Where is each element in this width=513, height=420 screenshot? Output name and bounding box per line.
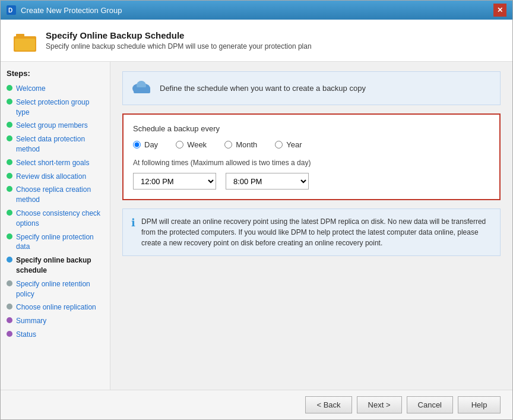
- header: Specify Online Backup Schedule Specify o…: [1, 20, 512, 62]
- dot-data-protection: [7, 135, 12, 141]
- radio-group: Day Week Month Year: [133, 140, 490, 149]
- dot-retention-policy: [7, 280, 12, 286]
- sidebar-title: Steps:: [7, 69, 104, 78]
- time-selects: 12:00 AM1:00 AM2:00 AM 3:00 AM4:00 AM5:0…: [133, 173, 490, 190]
- dot-short-term: [7, 159, 12, 165]
- times-label: At following times (Maximum allowed is t…: [133, 159, 490, 167]
- svg-rect-4: [15, 39, 35, 50]
- main-layout: Steps: Welcome Select protection group t…: [1, 62, 512, 390]
- dot-online-backup: [7, 257, 12, 263]
- sidebar-item-consistency-check[interactable]: Choose consistency check options: [7, 209, 104, 229]
- info-box: ℹ DPM will create an online recovery poi…: [122, 209, 501, 256]
- dot-online-replication: [7, 304, 12, 310]
- page-title: Specify Online Backup Schedule: [46, 30, 312, 40]
- radio-year[interactable]: [275, 141, 283, 149]
- next-button[interactable]: Next >: [357, 396, 402, 413]
- time1-select[interactable]: 12:00 AM1:00 AM2:00 AM 3:00 AM4:00 AM5:0…: [133, 173, 216, 190]
- dot-consistency: [7, 210, 12, 216]
- dot-welcome: [7, 85, 12, 91]
- content-area: Define the schedule when you want to cre…: [110, 62, 512, 390]
- time2-select[interactable]: 12:00 AM1:00 AM2:00 AM 3:00 AM4:00 AM5:0…: [226, 173, 309, 190]
- radio-option-day[interactable]: Day: [133, 140, 158, 149]
- dot-online-protection: [7, 233, 12, 239]
- main-window: D Create New Protection Group ✕ Specify …: [0, 0, 513, 420]
- sidebar-item-status[interactable]: Status: [7, 330, 104, 340]
- radio-month-label[interactable]: Month: [236, 140, 257, 149]
- sidebar-item-short-term-goals[interactable]: Select short-term goals: [7, 158, 104, 168]
- title-bar: D Create New Protection Group ✕: [1, 1, 512, 20]
- close-button[interactable]: ✕: [493, 4, 506, 17]
- page-subtitle: Specify online backup schedule which DPM…: [46, 42, 312, 50]
- banner-text: Define the schedule when you want to cre…: [160, 84, 366, 93]
- sidebar-item-data-protection[interactable]: Select data protection method: [7, 134, 104, 154]
- radio-day-label[interactable]: Day: [144, 140, 158, 149]
- sidebar-item-group-members[interactable]: Select group members: [7, 121, 104, 131]
- back-button[interactable]: < Back: [305, 396, 352, 413]
- radio-option-year[interactable]: Year: [275, 140, 302, 149]
- sidebar-item-online-retention-policy[interactable]: Specify online retention policy: [7, 279, 104, 299]
- svg-text:D: D: [8, 7, 12, 14]
- svg-rect-8: [134, 87, 150, 93]
- footer: < Back Next > Cancel Help: [1, 390, 512, 419]
- radio-day[interactable]: [133, 141, 141, 149]
- dot-status: [7, 331, 12, 337]
- radio-option-month[interactable]: Month: [224, 140, 257, 149]
- cloud-icon: [131, 78, 153, 99]
- radio-year-label[interactable]: Year: [286, 140, 302, 149]
- sidebar-item-online-protection-data[interactable]: Specify online protection data: [7, 232, 104, 252]
- schedule-box: Schedule a backup every Day Week Month: [122, 113, 501, 200]
- sidebar-item-protection-group-type[interactable]: Select protection group type: [7, 97, 104, 118]
- dot-replica: [7, 186, 12, 192]
- sidebar-item-online-replication[interactable]: Choose online replication: [7, 302, 104, 312]
- info-text: DPM will create an online recovery point…: [141, 216, 492, 248]
- dot-group-members: [7, 122, 12, 128]
- radio-week-label[interactable]: Week: [187, 140, 207, 149]
- radio-week[interactable]: [176, 141, 183, 149]
- window-title: Create New Protection Group: [21, 6, 122, 15]
- schedule-heading: Schedule a backup every: [133, 124, 490, 133]
- dot-summary: [7, 317, 12, 323]
- svg-rect-3: [16, 34, 24, 39]
- info-icon: ℹ: [131, 216, 135, 229]
- radio-option-week[interactable]: Week: [176, 140, 207, 149]
- header-icon: [12, 28, 37, 53]
- sidebar: Steps: Welcome Select protection group t…: [1, 62, 110, 390]
- sidebar-item-disk-allocation[interactable]: Review disk allocation: [7, 172, 104, 182]
- app-icon: D: [7, 5, 16, 15]
- sidebar-item-summary[interactable]: Summary: [7, 316, 104, 326]
- cloud-banner: Define the schedule when you want to cre…: [122, 71, 501, 105]
- sidebar-item-replica-creation[interactable]: Choose replica creation method: [7, 185, 104, 205]
- cancel-button[interactable]: Cancel: [407, 396, 453, 413]
- sidebar-item-online-backup-schedule: Specify online backup schedule: [7, 255, 104, 276]
- dot-protection-type: [7, 99, 12, 105]
- sidebar-item-welcome[interactable]: Welcome: [7, 84, 104, 94]
- dot-disk-allocation: [7, 173, 12, 179]
- radio-month[interactable]: [224, 141, 232, 149]
- help-button[interactable]: Help: [458, 396, 501, 413]
